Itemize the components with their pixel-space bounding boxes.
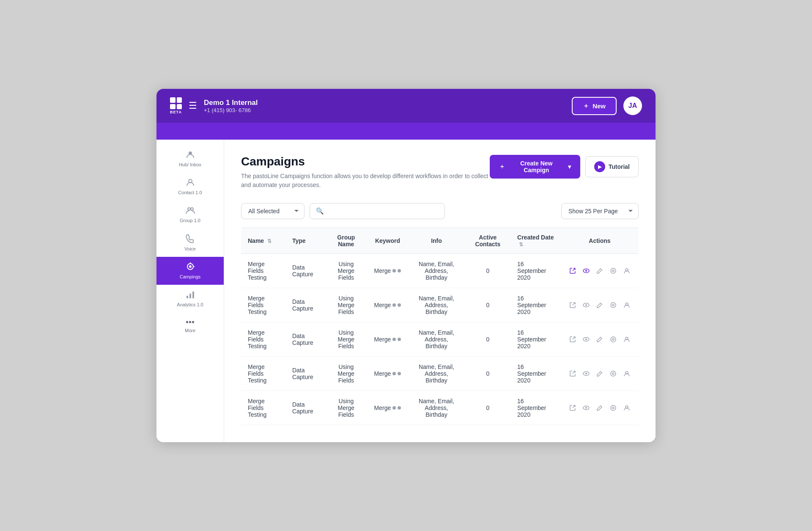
tutorial-button[interactable]: ▶ Tutorial bbox=[585, 156, 639, 177]
new-button[interactable]: ＋ New bbox=[572, 97, 617, 115]
action-settings-button[interactable] bbox=[608, 300, 618, 310]
cell-group-name: Using Merge Fields bbox=[325, 254, 368, 288]
hamburger-icon[interactable]: ☰ bbox=[189, 101, 197, 110]
action-settings-button[interactable] bbox=[608, 403, 618, 413]
sidebar-item-group[interactable]: Group 1.0 bbox=[156, 201, 224, 228]
sidebar-item-voice[interactable]: Voice bbox=[156, 229, 224, 257]
sidebar-item-analytics[interactable]: Analytics 1.0 bbox=[156, 285, 224, 313]
keyword-dot-2 bbox=[398, 406, 401, 410]
cell-info: Name, Email, Address, Birthday bbox=[408, 288, 465, 322]
search-icon: 🔍 bbox=[316, 207, 324, 215]
filter-select[interactable]: All Selected bbox=[241, 203, 304, 219]
cell-info: Name, Email, Address, Birthday bbox=[408, 254, 465, 288]
search-box: 🔍 bbox=[310, 203, 445, 219]
table-row: Merge Fields Testing Data Capture Using … bbox=[241, 288, 639, 322]
page-title-area: Campaigns The pastoLine Campaigns functi… bbox=[241, 155, 490, 190]
action-external-link-button[interactable] bbox=[568, 300, 578, 310]
svg-point-4 bbox=[189, 265, 192, 268]
sidebar-item-hub-inbox[interactable]: Hub/ Inbox bbox=[156, 145, 224, 173]
svg-point-33 bbox=[612, 407, 614, 409]
cell-type: Data Capture bbox=[285, 254, 325, 288]
main-layout: Hub/ Inbox Contact 1.0 Group 1.0 Voice bbox=[156, 140, 656, 442]
action-external-link-button[interactable] bbox=[568, 369, 578, 379]
action-settings-button[interactable] bbox=[608, 266, 618, 276]
action-external-link-button[interactable] bbox=[568, 334, 578, 344]
action-settings-button[interactable] bbox=[608, 334, 618, 344]
svg-rect-7 bbox=[187, 296, 188, 298]
table-header-row: Name ⇅ Type Group Name Keyword bbox=[241, 228, 639, 254]
svg-point-3 bbox=[191, 208, 193, 210]
date-sort-icon[interactable]: ⇅ bbox=[519, 242, 523, 248]
page-title: Campaigns bbox=[241, 155, 490, 168]
action-view-button[interactable] bbox=[581, 334, 591, 344]
svg-rect-9 bbox=[192, 292, 194, 298]
action-edit-button[interactable] bbox=[595, 300, 605, 310]
col-type: Type bbox=[285, 228, 325, 254]
action-edit-button[interactable] bbox=[595, 403, 605, 413]
action-user-button[interactable] bbox=[622, 266, 632, 276]
header-right: ＋ New JA bbox=[572, 96, 642, 115]
search-input[interactable] bbox=[324, 204, 439, 219]
more-icon: ••• bbox=[186, 318, 195, 326]
action-edit-button[interactable] bbox=[595, 266, 605, 276]
action-view-button[interactable] bbox=[581, 300, 591, 310]
cell-actions bbox=[561, 357, 639, 391]
action-edit-button[interactable] bbox=[595, 334, 605, 344]
action-user-button[interactable] bbox=[622, 403, 632, 413]
sidebar-item-campings[interactable]: Campings bbox=[156, 257, 224, 285]
contact-icon bbox=[186, 178, 195, 188]
cell-active-contacts: 0 bbox=[465, 357, 510, 391]
create-plus-icon: ＋ bbox=[499, 163, 505, 171]
svg-point-26 bbox=[585, 373, 587, 374]
create-campaign-button[interactable]: ＋ Create New Campign ▾ bbox=[490, 155, 580, 179]
action-view-button[interactable] bbox=[581, 403, 591, 413]
action-external-link-button[interactable] bbox=[568, 266, 578, 276]
cell-name: Merge Fields Testing bbox=[241, 254, 285, 288]
sidebar-item-more[interactable]: ••• More bbox=[156, 313, 224, 338]
name-sort-icon[interactable]: ⇅ bbox=[267, 238, 272, 244]
sidebar-item-label-more: More bbox=[185, 328, 195, 333]
voice-icon bbox=[186, 234, 195, 245]
col-info: Info bbox=[408, 228, 465, 254]
table-row: Merge Fields Testing Data Capture Using … bbox=[241, 391, 639, 425]
sidebar-item-label-voice: Voice bbox=[184, 246, 196, 252]
tutorial-label: Tutorial bbox=[609, 163, 630, 170]
per-page-select[interactable]: Show 25 Per Page Show 50 Per Page Show 1… bbox=[561, 203, 639, 219]
svg-point-22 bbox=[611, 337, 616, 342]
sidebar-item-label-hub-inbox: Hub/ Inbox bbox=[179, 162, 201, 168]
action-user-button[interactable] bbox=[622, 334, 632, 344]
keyword-text: Merge bbox=[374, 404, 391, 411]
table-body: Merge Fields Testing Data Capture Using … bbox=[241, 254, 639, 425]
action-user-button[interactable] bbox=[622, 300, 632, 310]
svg-point-16 bbox=[585, 304, 587, 306]
action-settings-button[interactable] bbox=[608, 369, 618, 379]
cell-type: Data Capture bbox=[285, 288, 325, 322]
cell-group-name: Using Merge Fields bbox=[325, 288, 368, 322]
keyword-text: Merge bbox=[374, 267, 391, 274]
action-view-button[interactable] bbox=[581, 369, 591, 379]
campaigns-table: Name ⇅ Type Group Name Keyword bbox=[241, 228, 639, 425]
cell-name: Merge Fields Testing bbox=[241, 357, 285, 391]
action-user-button[interactable] bbox=[622, 369, 632, 379]
cell-type: Data Capture bbox=[285, 391, 325, 425]
keyword-dot-1 bbox=[392, 338, 396, 341]
keyword-text: Merge bbox=[374, 302, 391, 308]
cell-keyword: Merge bbox=[368, 254, 408, 288]
cell-group-name: Using Merge Fields bbox=[325, 357, 368, 391]
keyword-dot-2 bbox=[398, 303, 401, 307]
table-row: Merge Fields Testing Data Capture Using … bbox=[241, 322, 639, 357]
logo-area: BETA bbox=[170, 97, 182, 114]
cell-active-contacts: 0 bbox=[465, 288, 510, 322]
sidebar-item-contact[interactable]: Contact 1.0 bbox=[156, 173, 224, 201]
action-external-link-button[interactable] bbox=[568, 403, 578, 413]
action-view-button[interactable] bbox=[581, 266, 591, 276]
svg-point-27 bbox=[611, 371, 616, 376]
keyword-dot-2 bbox=[398, 269, 401, 272]
table-row: Merge Fields Testing Data Capture Using … bbox=[241, 357, 639, 391]
sub-header bbox=[156, 123, 656, 140]
svg-point-2 bbox=[188, 208, 190, 210]
avatar: JA bbox=[623, 96, 642, 115]
svg-rect-8 bbox=[189, 294, 191, 298]
cell-group-name: Using Merge Fields bbox=[325, 391, 368, 425]
action-edit-button[interactable] bbox=[595, 369, 605, 379]
